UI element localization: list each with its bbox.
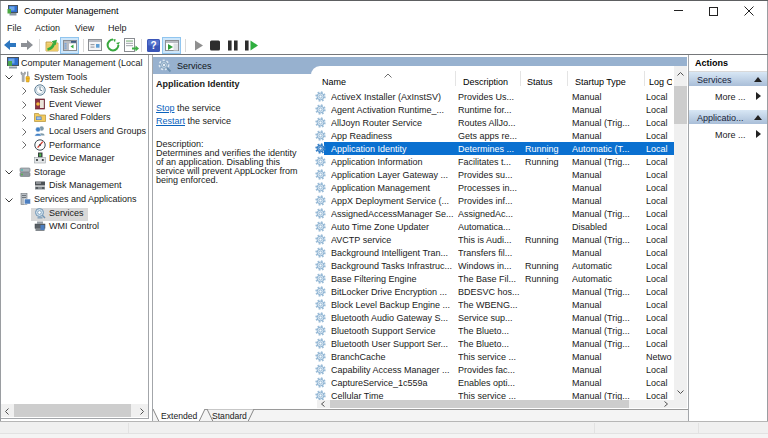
svg-text:?: ? <box>150 40 156 51</box>
